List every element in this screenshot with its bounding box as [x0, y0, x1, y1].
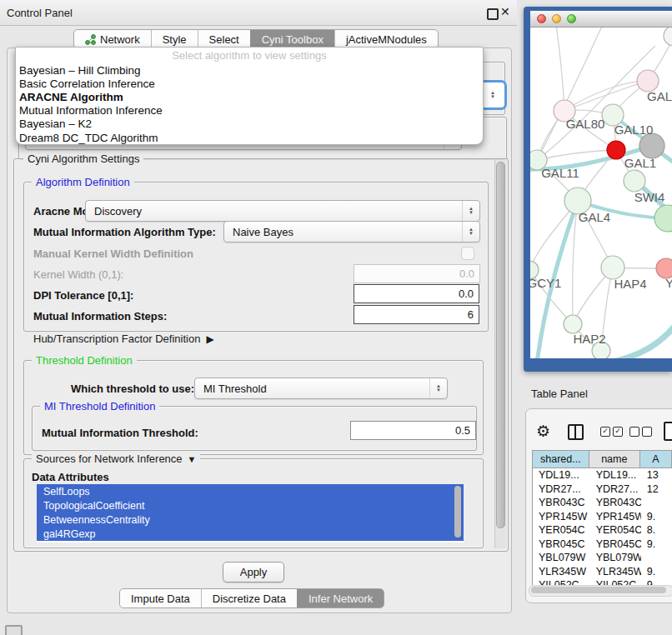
kernel-width-field[interactable]: 0.0: [354, 264, 480, 283]
attributes-scrollbar-thumb[interactable]: [454, 486, 461, 538]
column-header-shared[interactable]: shared...: [532, 450, 589, 468]
table-row[interactable]: YPR145WYPR145W9.: [533, 510, 672, 524]
table-cell: 8.: [641, 523, 672, 538]
close-window-icon[interactable]: [537, 14, 546, 23]
network-node-label: Y: [665, 276, 672, 290]
tab-network[interactable]: Network: [74, 30, 151, 48]
which-threshold-label: Which threshold to use:: [71, 382, 194, 395]
algorithm-option-mutual-information-inference[interactable]: Mutual Information Inference: [16, 104, 483, 118]
cyni-bottom-tabs: Impute DataDiscretize DataInfer Network: [119, 588, 384, 608]
zoom-window-icon[interactable]: [567, 14, 576, 23]
mi-threshold-group-title: MI Threshold Definition: [40, 400, 159, 412]
hub-definition-toggle[interactable]: Hub/Transcription Factor Definition ▶: [33, 332, 214, 345]
columns-icon[interactable]: [568, 424, 584, 440]
tab-impute-data[interactable]: Impute Data: [120, 589, 201, 608]
network-node[interactable]: [564, 315, 582, 333]
close-icon[interactable]: ✕: [500, 5, 510, 18]
table-cell: YBR045C: [533, 538, 590, 552]
column-header-name[interactable]: name: [589, 450, 640, 468]
algorithm-option-dream8-dc-tdc-algorithm[interactable]: Dream8 DC_TDC Algorithm: [16, 131, 483, 144]
tab-select[interactable]: Select: [198, 30, 250, 48]
table-cell: YBR045C: [590, 538, 641, 552]
export-table-icon[interactable]: [664, 422, 672, 441]
table-row[interactable]: YBL079WYBL079W: [533, 551, 672, 565]
table-cell: YBR043C: [590, 496, 641, 510]
deselect-all-columns-icon[interactable]: [629, 427, 652, 437]
mi-type-combo[interactable]: Naive Bayes ▲▼: [223, 221, 480, 242]
threshold-definition-title: Threshold Definition: [32, 354, 137, 367]
stepper-icon: ▲▼: [462, 222, 479, 242]
aracne-mode-combo[interactable]: Discovery ▲▼: [85, 200, 480, 222]
table-panel-title: Table Panel: [531, 388, 588, 400]
manual-kernel-label: Manual Kernel Width Definition: [33, 248, 193, 260]
attribute-item-topologicalcoefficient[interactable]: TopologicalCoefficient: [37, 498, 464, 512]
float-window-icon[interactable]: [487, 8, 499, 20]
settings-scrollbar-thumb[interactable]: [496, 162, 505, 528]
network-node-label: HAP4: [614, 277, 646, 291]
tab-cyni-toolbox[interactable]: Cyni Toolbox: [250, 30, 334, 48]
which-threshold-combo[interactable]: MI Threshold ▲▼: [194, 378, 448, 399]
cyni-settings-title: Cyni Algorithm Settings: [23, 152, 143, 165]
floating-panel-icon[interactable]: [5, 625, 23, 635]
table-cell: YPR145W: [590, 510, 641, 524]
chevron-down-icon: ▼: [188, 454, 197, 464]
gear-icon[interactable]: ⚙: [536, 423, 550, 439]
table-row[interactable]: YBR045CYBR045C9.: [533, 538, 672, 552]
network-node[interactable]: [654, 205, 672, 232]
network-node[interactable]: [664, 28, 672, 46]
table-row[interactable]: YBR043CYBR043C: [533, 496, 672, 510]
column-header-a[interactable]: A: [640, 450, 672, 468]
network-node[interactable]: [601, 256, 624, 279]
tab-label: Network: [100, 33, 140, 46]
table-row[interactable]: YDL19...YDL19...13: [533, 468, 672, 482]
tab-jactivemnodules[interactable]: jActiveMNodules: [334, 30, 438, 48]
tab-label: Style: [163, 33, 187, 46]
table-cell: YBL079W: [533, 551, 590, 565]
tab-discretize-data[interactable]: Discretize Data: [201, 589, 297, 608]
table-row[interactable]: YDR27...YDR27...12: [533, 482, 672, 497]
network-window-titlebar[interactable]: [530, 11, 672, 28]
algorithm-option-bayesian-k2[interactable]: Bayesian – K2: [16, 118, 483, 131]
data-attributes-label: Data Attributes: [32, 471, 109, 483]
network-node[interactable]: [607, 141, 625, 159]
table-cell: YER054C: [533, 523, 590, 538]
table-row[interactable]: YER054CYER054C8.: [533, 523, 672, 538]
minimize-window-icon[interactable]: [552, 14, 561, 23]
table-cell: YLR345W: [590, 565, 641, 579]
tab-label: jActiveMNodules: [346, 33, 427, 46]
network-node-label: GAL1: [624, 156, 656, 170]
dpi-tolerance-field[interactable]: 0.0: [354, 284, 479, 303]
mi-steps-field[interactable]: 6: [354, 305, 479, 324]
apply-button[interactable]: Apply: [223, 562, 284, 582]
table-cell: 9.: [641, 565, 672, 579]
sources-toggle[interactable]: Sources for Network Inference ▼: [32, 452, 200, 465]
table-cell: YDL19...: [533, 468, 590, 482]
algorithm-option-basic-correlation-inference[interactable]: Basic Correlation Inference: [16, 77, 483, 90]
hub-definition-label: Hub/Transcription Factor Definition: [33, 332, 200, 345]
network-window[interactable]: GAL7GAL80GAL10GAL1GAL11SWI4GAL4GCY1HAP4Y…: [530, 11, 672, 358]
attribute-item-selfloops[interactable]: SelfLoops: [37, 484, 464, 498]
attribute-item-gal4rgexp[interactable]: gal4RGexp: [37, 527, 464, 541]
control-panel-title: Control Panel: [7, 7, 73, 19]
table-row[interactable]: YIL052CYIL052C9.: [533, 578, 672, 585]
app-root: Control Panel ✕ NetworkStyleSelectCyni T…: [0, 0, 672, 635]
attribute-item-betweennesscentrality[interactable]: BetweennessCentrality: [37, 512, 464, 527]
network-icon: [85, 34, 96, 45]
select-all-columns-icon[interactable]: ✓✓: [600, 427, 623, 437]
table-hscrollbar-thumb[interactable]: [531, 587, 666, 593]
table-cell: YDL19...: [590, 468, 641, 482]
table-row[interactable]: YLR345WYLR345W9.: [533, 565, 672, 579]
tab-infer-network[interactable]: Infer Network: [297, 589, 384, 608]
algorithm-dropdown-placeholder: Select algorithm to view settings: [16, 48, 483, 63]
tab-style[interactable]: Style: [151, 30, 198, 48]
network-node-label: GAL10: [614, 122, 654, 137]
network-node[interactable]: [624, 170, 645, 192]
algorithm-option-bayesian-hill-climbing[interactable]: Bayesian – Hill Climbing: [16, 63, 483, 77]
tab-label: Infer Network: [308, 592, 373, 605]
algorithm-option-aracne-algorithm[interactable]: ARACNE Algorithm: [16, 90, 483, 103]
network-node[interactable]: [639, 133, 664, 158]
table-cell: YBL079W: [590, 551, 641, 565]
manual-kernel-checkbox[interactable]: [461, 247, 474, 260]
network-canvas[interactable]: GAL7GAL80GAL10GAL1GAL11SWI4GAL4GCY1HAP4Y…: [530, 28, 672, 358]
mi-threshold-field[interactable]: 0.5: [350, 421, 476, 440]
